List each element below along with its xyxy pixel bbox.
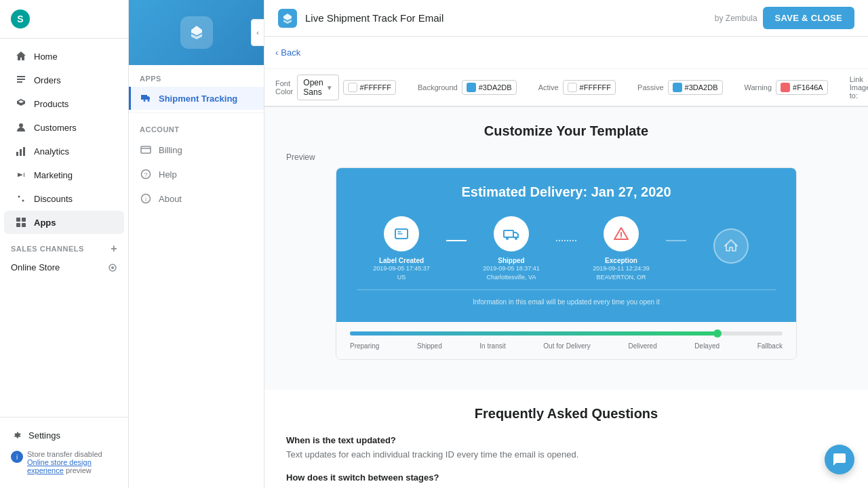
font-color-swatch[interactable]: #FFFFFF [343, 80, 396, 95]
progress-labels: Preparing Shipped In transit Out for Del… [350, 342, 783, 350]
content-area: Customize Your Template Preview Estimate… [264, 107, 868, 488]
settings-button[interactable]: Settings [11, 426, 117, 445]
billing-nav-item[interactable]: Billing [129, 138, 264, 162]
toolbar: Font Color Open Sans ▼ #FFFFFF Backgroun… [264, 69, 868, 106]
help-icon: ? [140, 168, 152, 180]
sidebar-collapse-button[interactable]: ‹ [251, 19, 264, 46]
sidebar-item-apps[interactable]: Apps [4, 211, 124, 234]
svg-point-7 [18, 196, 20, 198]
svg-point-24 [515, 237, 517, 240]
preview-label: Preview [286, 152, 846, 162]
stage-icon-0 [384, 216, 419, 251]
sub-header: ‹ Back Font Color Open Sans ▼ #FFFFFF Ba… [264, 37, 868, 107]
stage-line-0 [446, 240, 467, 241]
faq-item-1: How does it switch between stages? The s… [286, 472, 846, 488]
back-button[interactable]: ‹ Back [275, 42, 857, 63]
warning-color-dot [781, 83, 790, 92]
products-icon [15, 98, 27, 110]
faq-answer-1: The stage your customer sees will be dep… [286, 485, 846, 488]
faq-question-1: How does it switch between stages? [286, 472, 846, 483]
orders-icon [15, 74, 27, 86]
progress-label-5: Delayed [694, 342, 719, 350]
stage-icon-3 [713, 228, 749, 264]
sales-channels-label: SALES CHANNELS + [0, 235, 128, 258]
save-close-button[interactable]: SAVE & CLOSE [763, 7, 854, 29]
svg-point-3 [19, 123, 23, 127]
stage-line-1 [666, 240, 686, 241]
svg-rect-12 [22, 223, 26, 227]
sidebar-item-orders[interactable]: Orders [4, 68, 124, 92]
sidebar-item-marketing[interactable]: Marketing [4, 163, 124, 186]
svg-rect-6 [23, 147, 25, 156]
apps-sidebar-banner: ‹ [129, 0, 264, 65]
app-brand-icon [278, 9, 297, 28]
passive-color-swatch[interactable]: #3DA2DB [668, 80, 723, 95]
chat-bubble-button[interactable] [825, 445, 854, 474]
faq-answer-0: Text updates for each individual trackin… [286, 448, 846, 462]
progress-label-0: Preparing [350, 342, 379, 350]
progress-label-3: Out for Delivery [543, 342, 590, 350]
svg-rect-15 [141, 146, 151, 153]
customize-section: Customize Your Template Preview Estimate… [264, 107, 868, 390]
discounts-icon [15, 192, 27, 205]
sidebar-nav: Home Orders Products Customers Analytics [0, 39, 128, 417]
stage-exception: Exception 2019-09-11 12:24:39BEAVERTON, … [576, 216, 666, 281]
svg-point-14 [111, 266, 114, 269]
sidebar-item-online-store[interactable]: Online Store [0, 258, 128, 277]
stage-date-1: 2019-09-05 18:37:41Charlottesville, VA [483, 264, 540, 281]
add-sales-channel-button[interactable]: + [111, 243, 117, 255]
progress-section: Preparing Shipped In transit Out for Del… [336, 322, 796, 359]
sidebar-header: S [0, 0, 128, 39]
progress-label-6: Fallback [757, 342, 783, 350]
stage-shipped: Shipped 2019-09-05 18:37:41Charlottesvil… [467, 216, 556, 281]
background-group: Background #3DA2DB [418, 80, 517, 95]
main-content: Live Shipment Track For Email by Zembula… [264, 0, 868, 488]
svg-rect-2 [17, 81, 22, 83]
marketing-icon [15, 169, 27, 181]
help-nav-item[interactable]: ? Help [129, 162, 264, 186]
stage-name-1: Shipped [498, 257, 524, 264]
active-color-dot [568, 83, 577, 92]
stage-future [686, 228, 776, 269]
svg-point-8 [22, 200, 24, 202]
background-color-swatch[interactable]: #3DA2DB [462, 80, 517, 95]
svg-rect-5 [20, 149, 22, 156]
apps-sidebar-header: ‹ [129, 0, 264, 65]
background-color-dot [467, 83, 476, 92]
progress-label-1: Shipped [417, 342, 442, 350]
preview-info: Information in this email will be update… [357, 289, 776, 306]
home-icon [15, 50, 27, 62]
sidebar-item-analytics[interactable]: Analytics [4, 140, 124, 163]
truck-icon [140, 92, 152, 104]
warning-color-swatch[interactable]: #F1646A [776, 80, 828, 95]
tracking-stages: Label Created 2019-09-05 17:45:37US Ship… [357, 216, 776, 281]
active-group: Active #FFFFFF [538, 80, 616, 95]
progress-bar-fill [350, 331, 717, 336]
back-row: ‹ Back [264, 37, 868, 69]
left-sidebar: S Home Orders Products Customers [0, 0, 129, 488]
svg-rect-0 [17, 76, 25, 77]
active-color-swatch[interactable]: #FFFFFF [563, 80, 616, 95]
stage-line-dotted [556, 240, 576, 241]
svg-rect-1 [17, 79, 25, 80]
sidebar-item-products[interactable]: Products [4, 92, 124, 115]
svg-point-23 [506, 237, 509, 240]
main-topbar: Live Shipment Track For Email by Zembula… [264, 0, 868, 37]
stage-date-0: 2019-09-05 17:45:37US [373, 264, 430, 281]
faq-title: Frequently Asked Questions [286, 406, 846, 422]
svg-point-25 [620, 237, 622, 238]
faq-question-0: When is the text updated? [286, 435, 846, 445]
stage-label-created: Label Created 2019-09-05 17:45:37US [357, 216, 446, 281]
about-nav-item[interactable]: i About [129, 186, 264, 211]
sidebar-item-discounts[interactable]: Discounts [4, 187, 124, 210]
font-family-select[interactable]: Open Sans ▼ [297, 75, 338, 100]
progress-label-4: Delivered [628, 342, 656, 350]
stage-icon-2 [604, 216, 639, 251]
store-transfer-notice: i Store transfer disabled Online store d… [11, 445, 117, 480]
sidebar-bottom: Settings i Store transfer disabled Onlin… [0, 417, 128, 488]
progress-dot [713, 329, 722, 338]
sidebar-item-customers[interactable]: Customers [4, 116, 124, 139]
sidebar-item-home[interactable]: Home [4, 45, 124, 68]
shipment-tracking-nav-item[interactable]: Shipment Tracking [129, 87, 264, 110]
passive-group: Passive #3DA2DB [637, 80, 722, 95]
